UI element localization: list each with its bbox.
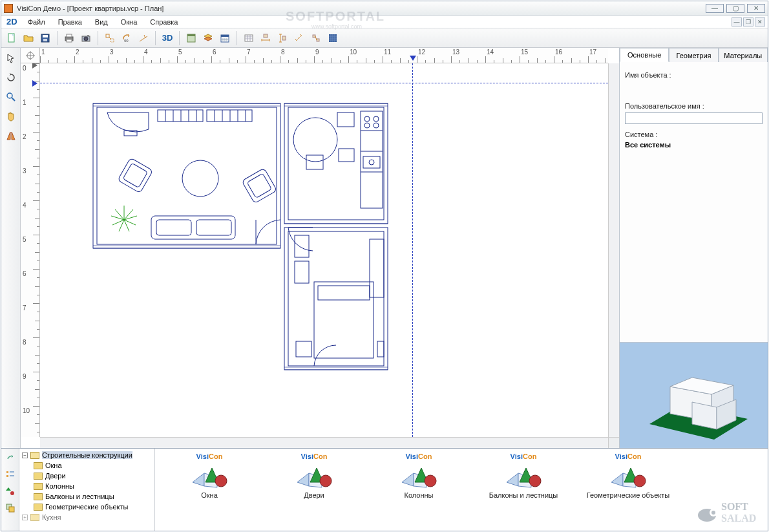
svg-rect-21 [317,39,319,41]
catalog-item[interactable]: VisiCon Колонны [374,452,464,531]
tree-item-label: Кухня [42,513,61,521]
vertical-ruler[interactable]: 012345678910 [21,63,40,437]
folder-open-icon [30,452,39,459]
menu-edit[interactable]: Правка [53,17,87,27]
horizontal-ruler[interactable]: 1234567891011121314151617 [40,48,608,63]
maximize-button[interactable]: ▢ [726,4,744,13]
dim-h-icon[interactable] [258,30,273,46]
svg-point-92 [634,475,646,487]
mode-3d-button[interactable]: 3D [160,30,175,46]
perpendicular-icon[interactable] [136,30,151,46]
lib-list-icon[interactable] [4,468,17,481]
svg-rect-40 [123,163,147,187]
app-window: VisiCon Демо - [Проект квартиры.vcp - Пл… [1,1,768,531]
tree-item[interactable]: Двери [19,471,154,481]
mdi-minimize-button[interactable]: — [732,17,742,27]
expand-icon[interactable]: + [22,515,28,520]
table-icon[interactable] [241,30,257,46]
open-file-icon[interactable] [21,30,36,46]
svg-point-58 [374,116,379,122]
svg-point-23 [7,93,12,98]
pan-tool-icon[interactable] [3,109,19,124]
left-toolbar [1,48,21,448]
svg-point-59 [364,123,370,128]
catalog-thumb [295,463,333,489]
horizontal-guide[interactable] [40,83,608,83]
canvas[interactable] [40,63,608,437]
lib-up-icon[interactable] [4,451,17,464]
calendar-icon[interactable] [217,30,233,46]
catalog-label: Геометрические объекты [587,491,669,499]
window-icon[interactable] [184,30,199,46]
tree-item[interactable]: Окна [19,460,154,471]
layers-icon[interactable] [200,30,216,46]
svg-rect-36 [151,216,235,239]
menu-windows[interactable]: Окна [116,17,143,27]
catalog-item[interactable]: VisiCon Балконы и лестницы [478,452,569,531]
catalog-item[interactable]: VisiCon Двери [269,452,359,531]
catalog-list[interactable]: VisiCon Окна VisiCon Двери [155,449,768,531]
lib-add-icon[interactable] [4,502,17,515]
tree-item-cutoff[interactable]: +Кухня [19,512,154,522]
select-tool-icon[interactable] [3,50,19,66]
minimize-button[interactable]: — [706,4,724,13]
menu-help[interactable]: Справка [145,17,183,27]
tree-item[interactable]: Геометрические объекты [19,502,154,512]
align-icon[interactable] [308,30,324,46]
zoom-tool-icon[interactable] [3,89,19,105]
camera-icon[interactable] [78,30,94,46]
user-name-input[interactable] [625,112,763,124]
tab-materials[interactable]: Материалы [719,48,768,62]
tree-item[interactable]: Колонны [19,481,154,491]
dim-align-icon[interactable] [291,30,307,46]
mirror-tool-icon[interactable] [3,128,19,144]
preview-3d[interactable] [620,342,768,448]
catalog-thumb [504,463,543,489]
window-title: VisiCon Демо - [Проект квартиры.vcp - Пл… [17,5,706,12]
svg-rect-10 [106,34,109,37]
svg-rect-65 [295,261,309,283]
horizontal-scrollbar[interactable] [40,437,608,448]
tab-basic[interactable]: Основные [620,48,669,62]
menu-file[interactable]: Файл [23,17,50,27]
lib-shapes-icon[interactable] [4,485,17,498]
menu-view[interactable]: Вид [90,17,113,27]
new-file-icon[interactable] [4,30,19,46]
collapse-icon[interactable]: − [22,452,28,458]
print-icon[interactable] [61,30,77,46]
library-tree[interactable]: − Строительные конструкции Окна Двери Ко… [19,449,155,531]
catalog-brand: VisiCon [301,452,328,460]
ruler-guide-marker[interactable] [410,56,416,61]
tree-item-label: Двери [45,472,66,480]
close-button[interactable]: ✕ [747,4,765,13]
mode-2d-label: 2D [4,17,20,27]
catalog-item[interactable]: VisiCon Геометрические объекты [583,452,673,531]
floor-plan[interactable] [54,84,416,381]
catalog-item[interactable]: VisiCon Окна [164,452,255,531]
user-name-label: Пользовательское имя : [625,102,763,110]
hatch-icon[interactable] [325,30,341,46]
tab-geometry[interactable]: Геометрия [669,48,718,62]
vertical-scrollbar[interactable] [608,63,619,437]
ruler-guide-marker[interactable] [32,80,37,87]
svg-rect-2 [43,35,48,37]
ruler-origin-icon[interactable] [21,48,40,63]
save-icon[interactable] [37,30,53,46]
mdi-close-button[interactable]: ✕ [755,17,765,27]
svg-rect-38 [196,220,231,235]
svg-point-43 [182,160,218,197]
svg-text:90: 90 [124,39,129,43]
rotate-tool-icon[interactable] [3,70,19,85]
tree-root[interactable]: − Строительные конструкции [19,450,154,460]
catalog-label: Балконы и лестницы [489,491,558,499]
svg-rect-78 [6,475,8,477]
rotate-90-icon[interactable]: 90 [119,30,134,46]
catalog-brand: VisiCon [511,452,537,460]
mdi-restore-button[interactable]: ❐ [743,17,753,27]
snap-obj-icon[interactable] [102,30,118,46]
svg-point-88 [425,475,436,487]
tree-item[interactable]: Балконы и лестницы [19,491,154,502]
dim-v-icon[interactable] [275,30,290,46]
svg-rect-18 [264,34,268,37]
svg-point-90 [529,475,541,487]
